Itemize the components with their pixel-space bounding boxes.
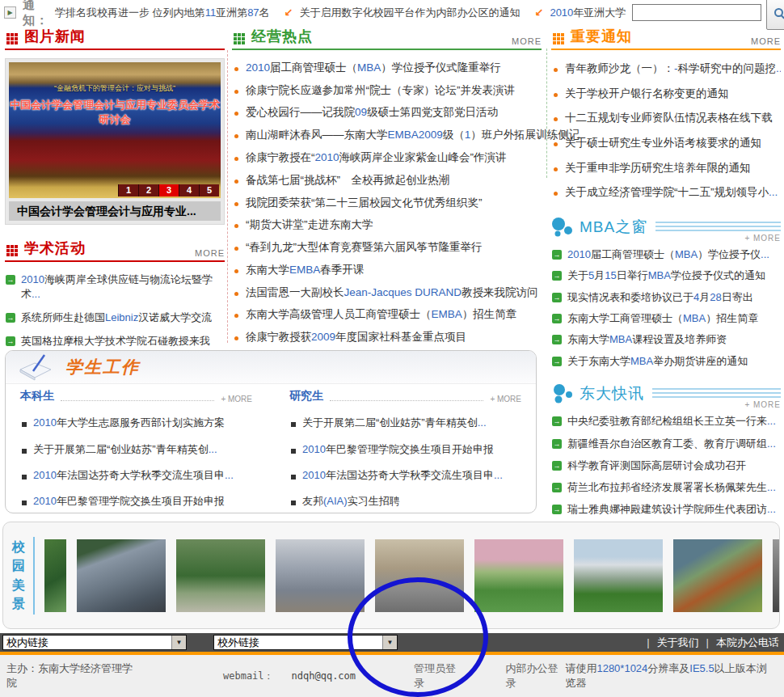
campus-photo[interactable] bbox=[773, 539, 779, 612]
undergrad-more-link[interactable]: + MORE bbox=[221, 395, 252, 403]
external-links-select[interactable]: 校外链接 ▼ bbox=[213, 635, 398, 650]
news-item[interactable]: “春到九龙”大型体育竞赛暨第六届风筝节隆重举行 bbox=[232, 236, 542, 259]
arrow-bullet-icon: → bbox=[552, 416, 562, 426]
news-item[interactable]: → 2010海峡两岸全球供应链与物流论坛暨学术... bbox=[5, 268, 225, 306]
news-item[interactable]: 2010届工商管理硕士（MBA）学位授予仪式隆重举行 bbox=[232, 57, 542, 79]
dropdown-arrow-icon[interactable]: ▼ bbox=[171, 636, 186, 649]
campus-photo[interactable] bbox=[176, 539, 265, 612]
section-title: 东大快讯 bbox=[580, 383, 644, 404]
news-item[interactable]: 东南大学高级管理人员工商管理硕士（EMBA）招生简章 bbox=[232, 304, 542, 327]
header-stripes bbox=[655, 222, 781, 232]
news-item[interactable]: 青年教师沙龙（一）：-科学研究中的问题挖... bbox=[551, 57, 781, 82]
news-item[interactable]: 关于开展第二届“创业姑苏”青年精英创... bbox=[289, 410, 521, 436]
dot-bullet-icon bbox=[234, 134, 238, 138]
news-item[interactable]: 关于重申非学历研究生培养年限的通知 bbox=[551, 155, 781, 180]
news-item[interactable]: 关于成立经济管理学院“十二五”规划领导小... bbox=[551, 180, 781, 205]
news-item[interactable]: 友邦(AIA)实习生招聘 bbox=[289, 488, 521, 514]
pagination-page[interactable]: 1 bbox=[118, 184, 138, 196]
notice-item[interactable]: 关于启用数字化校园平台作为内部办公区的通知 bbox=[300, 6, 521, 20]
news-item[interactable]: → 关于5月15日举行MBA学位授予仪式的通知 bbox=[551, 265, 781, 286]
arrow-bullet-icon: → bbox=[6, 336, 15, 346]
news-item[interactable]: 2010年大学生志愿服务西部计划实施方案 bbox=[20, 410, 252, 436]
dot-bullet-icon bbox=[234, 269, 238, 273]
webmail-address[interactable]: ndqh@qq.com bbox=[292, 670, 356, 682]
notices-more-link[interactable]: MORE bbox=[751, 36, 781, 46]
search-icon bbox=[774, 8, 783, 17]
news-item[interactable]: 我院团委荣获“第二十三届校园文化节优秀组织奖” bbox=[232, 192, 542, 214]
admin-login-link[interactable]: 管理员登录 bbox=[414, 661, 464, 691]
grid-icon bbox=[553, 32, 565, 44]
news-item[interactable]: 关于硕士研究生专业外语考核要求的通知 bbox=[551, 131, 781, 156]
campus-photo[interactable] bbox=[474, 539, 563, 612]
news-item[interactable]: → 现实情况表和委培协议已于4月28日寄出 bbox=[551, 286, 781, 307]
notice-item[interactable]: 学排名我校再进一步 位列内地第11亚洲第87名 bbox=[55, 6, 270, 20]
photo-caption[interactable]: 中国会计学会管理会计与应用专业... bbox=[9, 201, 221, 221]
news-item[interactable]: 2010年法国达芬奇大学秋季交流生项目申... bbox=[20, 463, 252, 488]
seu-news-header: 东大快讯 + MORE bbox=[551, 383, 781, 404]
square-bullet-icon bbox=[22, 422, 27, 427]
search-input[interactable] bbox=[632, 4, 761, 21]
news-item[interactable]: 2010年巴黎管理学院交换生项目开始申报 bbox=[289, 436, 521, 462]
campus-photo[interactable] bbox=[673, 539, 762, 612]
news-item[interactable]: 徐康宁教授在“2010海峡两岸企业家紫金山峰会”作演讲 bbox=[232, 146, 542, 169]
news-item[interactable]: 东南大学EMBA春季开课 bbox=[232, 259, 542, 281]
middle-column: 经营热点 MORE 2010届工商管理硕士（MBA）学位授予仪式隆重举行 徐康宁… bbox=[232, 27, 542, 371]
search-button[interactable]: 搜 索 bbox=[766, 0, 784, 30]
news-item[interactable]: → 系统所师生赴德国Leibniz汉诺威大学交流 bbox=[5, 306, 225, 330]
about-us-link[interactable]: 关于我们 bbox=[639, 636, 698, 650]
news-item[interactable]: 徐康宁院长应邀参加常州“院士（专家）论坛”并发表演讲 bbox=[232, 79, 542, 102]
campus-photo[interactable] bbox=[77, 539, 166, 612]
graduate-more-link[interactable]: + MORE bbox=[490, 395, 521, 403]
business-more-link[interactable]: MORE bbox=[512, 36, 542, 46]
pagination-page[interactable]: 5 bbox=[199, 184, 219, 196]
news-item[interactable]: → 科学教育评测国际高层研讨会成功召开 bbox=[551, 454, 781, 476]
news-item[interactable]: “期货大讲堂”走进东南大学 bbox=[232, 213, 542, 236]
news-item[interactable]: 2010年法国达芬奇大学秋季交流生项目申... bbox=[289, 463, 521, 488]
news-item[interactable]: 徐康宁教授获2009年度国家社科基金重点项目 bbox=[232, 326, 542, 348]
news-item[interactable]: 关于开展第二届“创业姑苏”青年精英创... bbox=[20, 436, 252, 462]
pagination-page[interactable]: 3 bbox=[158, 184, 179, 196]
pen-paper-icon bbox=[17, 353, 54, 381]
news-item[interactable]: 2010年巴黎管理学院交换生项目开始申报 bbox=[20, 488, 252, 514]
campus-photo[interactable] bbox=[375, 539, 464, 612]
news-item[interactable]: → 东南大学工商管理硕士（MBA）招生简章 bbox=[551, 308, 781, 329]
news-item[interactable]: 关于学校开户银行名称变更的通知 bbox=[551, 82, 781, 107]
office-phone-link[interactable]: 本院办公电话 bbox=[699, 636, 779, 650]
news-item[interactable]: → 新疆维吾尔自治区教育工委、教育厅调研组... bbox=[551, 433, 781, 454]
notice-item[interactable]: 2010年亚洲大学 bbox=[550, 6, 626, 20]
campus-photo[interactable] bbox=[276, 539, 365, 612]
office-login-link[interactable]: 内部办公登录 bbox=[506, 661, 566, 691]
grid-icon bbox=[6, 244, 19, 256]
news-item[interactable]: → 瑞士雅典娜神殿建筑设计学院师生代表团访... bbox=[551, 499, 781, 521]
mba-more-link[interactable]: + MORE bbox=[744, 234, 781, 243]
seu-more-link[interactable]: + MORE bbox=[744, 400, 781, 409]
dot-bullet-icon bbox=[554, 167, 558, 171]
business-header: 经营热点 MORE bbox=[232, 27, 542, 50]
arrow-bullet-icon: → bbox=[552, 314, 562, 323]
academic-more-link[interactable]: MORE bbox=[195, 248, 225, 258]
news-item[interactable]: → 2010届工商管理硕士（MBA）学位授予仪... bbox=[551, 244, 781, 265]
campus-photo[interactable] bbox=[44, 539, 66, 612]
news-item[interactable]: 备战第七届“挑战杯” 全校再掀起创业热潮 bbox=[232, 169, 542, 192]
campus-photo[interactable] bbox=[574, 539, 663, 612]
news-item[interactable]: 法国雷恩一大副校长Jean-Jacques DURAND教授来我院访问 bbox=[232, 281, 542, 304]
photo-news-image[interactable]: “金融危机下的管理会计：应对与挑战” 中国会计学会管理会计与应用专业委员会学术研… bbox=[9, 62, 221, 198]
pagination-page[interactable]: 4 bbox=[179, 184, 199, 196]
business-list: 2010届工商管理硕士（MBA）学位授予仪式隆重举行 徐康宁院长应邀参加常州“院… bbox=[232, 57, 542, 371]
news-item[interactable]: 爱心校园行——记我院09级硕士第四党支部党日活动 bbox=[232, 102, 542, 125]
news-item[interactable]: → 荷兰北布拉邦省经济发展署署长杨佩莱先生... bbox=[551, 476, 781, 498]
internal-links-select[interactable]: 校内链接 ▼ bbox=[2, 635, 187, 650]
dropdown-arrow-icon[interactable]: ▼ bbox=[382, 636, 397, 649]
news-item[interactable]: → 关于东南大学MBA举办期货讲座的通知 bbox=[551, 350, 781, 371]
footer-links: 关于我们 本院办公电话 bbox=[639, 636, 779, 650]
news-item[interactable]: 南山湖畔沐春风——东南大学EMBA2009级（1）班户外拓展训练侧记 bbox=[232, 124, 542, 146]
news-item[interactable]: 十二五规划专业师资队伍情况表格在线下载 bbox=[551, 106, 781, 131]
column-title: 本科生 bbox=[20, 389, 54, 403]
pagination-page[interactable]: 2 bbox=[138, 184, 158, 196]
news-item[interactable]: → 中央纪委驻教育部纪检组组长王立英一行来... bbox=[551, 411, 781, 433]
notice-play-icon[interactable]: ▶ bbox=[4, 6, 16, 19]
mba-header: MBA之窗 + MORE bbox=[551, 217, 781, 238]
dot-bullet-icon bbox=[234, 314, 238, 318]
news-item[interactable]: → 东南大学MBA课程设置及培养师资 bbox=[551, 329, 781, 350]
grid-icon bbox=[6, 32, 19, 44]
